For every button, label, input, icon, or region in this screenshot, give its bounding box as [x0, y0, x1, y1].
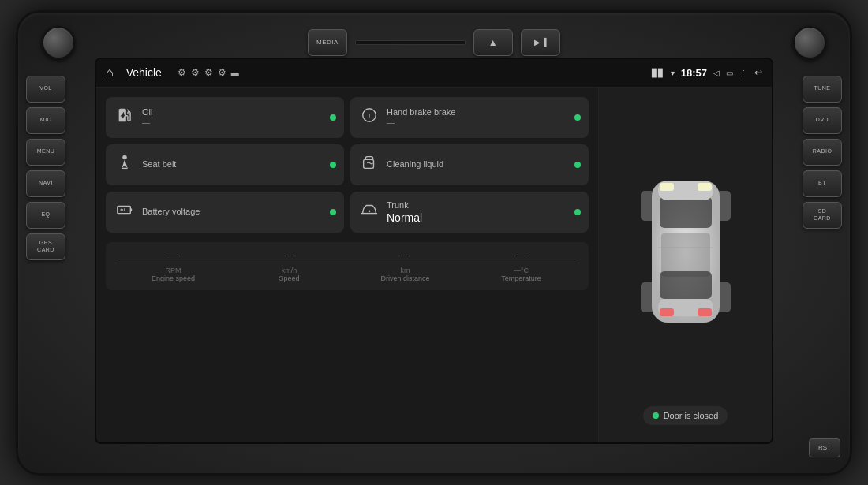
cleaning-card[interactable]: Cleaning liquid — [350, 144, 589, 185]
speed-unit: km/h — [231, 267, 347, 274]
cd-slot — [355, 40, 466, 45]
head-unit: MEDIA ▲ ▶▐ VOL MIC MENU NAVI EQ GPSCARD … — [16, 10, 852, 476]
oil-value: — — [142, 118, 324, 127]
door-status-text: Door is closed — [664, 411, 719, 420]
rpm-unit: RPM — [115, 267, 231, 274]
speed-value: — — [231, 250, 347, 263]
rst-button[interactable]: RST — [809, 438, 840, 457]
status-right: ▊▊ ▾ 18:57 ◁ ▭ ⋮ ↩ — [652, 67, 762, 79]
right-side-buttons: TUNE DVD RADIO BT SDCARD — [803, 76, 842, 229]
oil-icon — [114, 106, 136, 128]
left-knob[interactable] — [42, 26, 75, 59]
play-button[interactable]: ▶▐ — [521, 29, 560, 56]
handbrake-icon: ! — [358, 106, 380, 128]
speed-stat: — km/h Speed — [231, 250, 347, 282]
distance-value: — — [347, 250, 463, 263]
seatbelt-label: Seat belt — [142, 159, 324, 169]
gear-icon-3: ⚙ — [204, 67, 213, 78]
svg-point-10 — [369, 210, 371, 212]
status-bar: ⌂ Vehicle ⚙ ⚙ ⚙ ⚙ ▬ ▊▊ ▾ 18:57 ◁ ▭ ⋮ ↩ — [96, 59, 772, 88]
handbrake-content: Hand brake brake — — [387, 107, 568, 127]
oil-card[interactable]: Oil — — [106, 97, 344, 138]
handbrake-label: Hand brake brake — [387, 107, 568, 117]
seatbelt-content: Seat belt — [142, 159, 324, 170]
gps-card-button[interactable]: GPSCARD — [26, 233, 65, 260]
display-icon: ▭ — [726, 69, 733, 77]
oil-content: Oil — — [142, 107, 324, 127]
back-icon[interactable]: ↩ — [754, 67, 762, 78]
rpm-value: — — [115, 250, 231, 263]
svg-text:!: ! — [368, 112, 370, 120]
right-knob[interactable] — [793, 26, 826, 59]
seatbelt-icon — [114, 154, 136, 175]
handbrake-card[interactable]: ! Hand brake brake — — [350, 97, 589, 138]
gear-icon-4: ⚙ — [218, 67, 226, 78]
car-view — [634, 97, 737, 406]
content-area: Oil — ! Ha — [96, 88, 772, 442]
cleaning-content: Cleaning liquid — [387, 159, 568, 170]
car-panel: Door is closed — [598, 88, 772, 442]
menu-button[interactable]: MENU — [26, 139, 65, 166]
navi-button[interactable]: NAVI — [26, 170, 65, 197]
main-screen: ⌂ Vehicle ⚙ ⚙ ⚙ ⚙ ▬ ▊▊ ▾ 18:57 ◁ ▭ ⋮ ↩ — [95, 58, 773, 444]
media-button[interactable]: MEDIA — [308, 29, 347, 56]
temp-label: Temperature — [463, 274, 579, 282]
svg-rect-19 — [660, 271, 712, 299]
svg-rect-22 — [660, 183, 674, 191]
svg-rect-4 — [118, 206, 131, 213]
distance-label: Driven distance — [347, 274, 463, 282]
trunk-content: Trunk Normal — [387, 200, 568, 224]
rpm-stat: — RPM Engine speed — [115, 250, 231, 282]
trunk-value: Normal — [387, 211, 568, 224]
trunk-icon — [358, 201, 380, 222]
battery-voltage-icon — [114, 201, 136, 222]
svg-rect-25 — [698, 308, 712, 316]
cleaning-label: Cleaning liquid — [387, 159, 568, 169]
seatbelt-status-dot — [330, 162, 336, 168]
trunk-status-dot — [574, 209, 581, 215]
temp-value: — — [463, 250, 579, 263]
home-icon[interactable]: ⌂ — [106, 65, 114, 80]
info-cards-grid: Oil — ! Ha — [106, 97, 589, 233]
svg-rect-23 — [698, 183, 712, 191]
radio-button[interactable]: RADIO — [803, 139, 842, 166]
gear-icon-1: ⚙ — [178, 67, 186, 78]
battery-content: Battery voltage — [142, 207, 324, 218]
temp-stat: — —°C Temperature — [463, 250, 579, 282]
gear-icon-2: ⚙ — [191, 67, 200, 78]
signal-icon: ▊▊ — [652, 69, 664, 77]
trunk-card[interactable]: Trunk Normal — [350, 192, 589, 233]
eq-button[interactable]: EQ — [26, 202, 65, 229]
door-status-dot — [653, 412, 659, 419]
sd-card-button[interactable]: SDCARD — [803, 202, 842, 229]
door-status: Door is closed — [643, 406, 728, 425]
bt-button[interactable]: BT — [803, 170, 842, 197]
status-icons: ⚙ ⚙ ⚙ ⚙ ▬ — [178, 67, 239, 78]
vehicle-panel: Oil — ! Ha — [96, 88, 598, 442]
tune-button[interactable]: TUNE — [803, 76, 842, 103]
distance-unit: km — [347, 267, 463, 274]
oil-status-dot — [330, 114, 336, 121]
top-center-controls: MEDIA ▲ ▶▐ — [308, 29, 560, 56]
distance-stat: — km Driven distance — [347, 250, 463, 282]
eject-button[interactable]: ▲ — [473, 29, 513, 56]
svg-rect-18 — [661, 233, 710, 277]
dvd-button[interactable]: DVD — [803, 107, 842, 134]
trunk-label: Trunk — [387, 200, 568, 210]
vol-button[interactable]: VOL — [26, 76, 65, 103]
left-side-buttons: VOL MIC MENU NAVI EQ GPSCARD — [26, 76, 65, 260]
svg-rect-24 — [660, 308, 674, 316]
battery-card[interactable]: Battery voltage — [106, 192, 344, 233]
screen-title: Vehicle — [126, 66, 162, 79]
svg-rect-5 — [130, 208, 132, 211]
rpm-label: Engine speed — [115, 274, 231, 282]
seatbelt-card[interactable]: Seat belt — [106, 144, 344, 185]
temp-unit: —°C — [463, 267, 579, 274]
battery-icon: ▬ — [231, 69, 239, 77]
handbrake-status-dot — [574, 114, 581, 121]
volume-icon: ◁ — [713, 69, 720, 77]
time-display: 18:57 — [681, 67, 707, 79]
car-top-view — [634, 169, 737, 334]
mic-button[interactable]: MIC — [26, 107, 65, 134]
more-icon[interactable]: ⋮ — [739, 69, 748, 77]
